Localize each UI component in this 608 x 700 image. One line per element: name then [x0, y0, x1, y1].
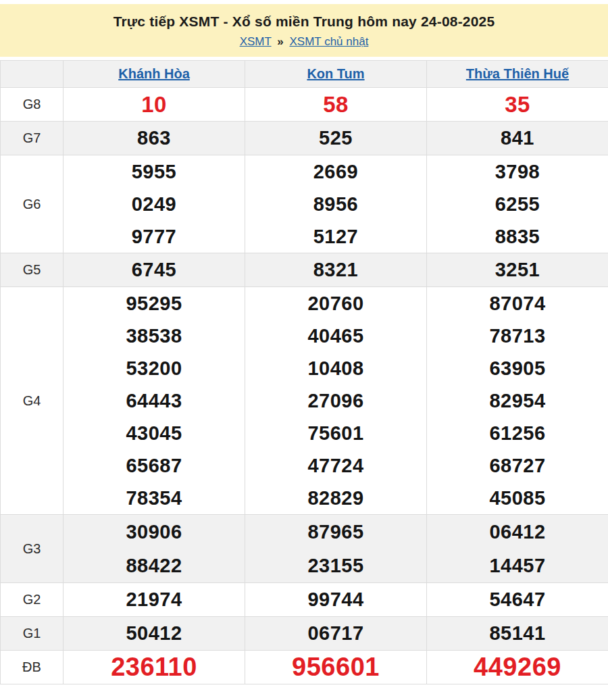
- breadcrumb-link-xsmt-chu-nhat[interactable]: XSMT chủ nhật: [290, 35, 369, 48]
- result-cell-g2-kon-tum: 99744: [245, 583, 427, 617]
- result-number: 9777: [64, 220, 245, 253]
- result-cell-g4-kon-tum: 20760404651040827096756014772482829: [245, 287, 427, 515]
- result-number: 8835: [427, 220, 608, 253]
- result-number: 78713: [427, 320, 608, 352]
- prize-row-g7: G7863525841: [1, 122, 608, 155]
- result-number: 23155: [245, 549, 426, 582]
- prize-row-g6: G6595502499777266989565127379862558835: [1, 155, 608, 253]
- result-number: 63905: [427, 352, 608, 384]
- prize-label-g2: G2: [1, 583, 64, 617]
- result-number: 82954: [427, 384, 608, 417]
- result-cell-g1-thua-thien-hue: 85141: [427, 617, 608, 651]
- result-number: 14457: [427, 549, 608, 582]
- result-number: 956601: [245, 651, 426, 684]
- result-cell-g2-thua-thien-hue: 54647: [427, 583, 608, 617]
- result-number: 5127: [245, 220, 426, 253]
- result-number: 61256: [427, 417, 608, 449]
- result-cell-db-thua-thien-hue: 449269: [427, 651, 608, 684]
- result-number: 10: [64, 88, 245, 121]
- prize-label-g3: G3: [1, 515, 64, 583]
- result-number: 5955: [64, 155, 245, 188]
- result-number: 38538: [64, 320, 245, 352]
- result-number: 841: [427, 122, 608, 155]
- breadcrumb: XSMT » XSMT chủ nhật: [0, 35, 608, 49]
- prize-row-db: ĐB236110956601449269: [1, 651, 608, 684]
- result-cell-g1-kon-tum: 06717: [245, 617, 427, 651]
- prize-label-g1: G1: [1, 617, 64, 651]
- result-number: 863: [64, 122, 245, 155]
- result-number: 3251: [427, 253, 608, 286]
- result-number: 30906: [64, 515, 245, 549]
- result-cell-g2-khanh-hoa: 21974: [64, 583, 245, 617]
- prize-label-g5: G5: [1, 253, 64, 287]
- result-number: 58: [245, 88, 426, 121]
- prize-row-g2: G2219749974454647: [1, 583, 608, 617]
- result-cell-g7-khanh-hoa: 863: [64, 122, 245, 155]
- result-number: 45085: [427, 482, 608, 514]
- prize-label-g8: G8: [1, 88, 64, 122]
- result-number: 53200: [64, 352, 245, 384]
- prize-row-g8: G8105835: [1, 88, 608, 122]
- result-cell-db-khanh-hoa: 236110: [64, 651, 245, 684]
- result-cell-g5-kon-tum: 8321: [245, 253, 427, 287]
- result-number: 449269: [427, 651, 608, 684]
- breadcrumb-separator: »: [277, 35, 283, 48]
- result-number: 10408: [245, 352, 426, 384]
- result-number: 06412: [427, 515, 608, 549]
- prize-row-g5: G5674583213251: [1, 253, 608, 287]
- result-number: 54647: [427, 583, 608, 616]
- result-number: 50412: [64, 617, 245, 650]
- prize-label-g7: G7: [1, 122, 64, 155]
- result-cell-g7-thua-thien-hue: 841: [427, 122, 608, 155]
- result-cell-g1-khanh-hoa: 50412: [64, 617, 245, 651]
- result-number: 3798: [427, 155, 608, 188]
- result-cell-g5-khanh-hoa: 6745: [64, 253, 245, 287]
- result-number: 87074: [427, 287, 608, 320]
- result-number: 8956: [245, 188, 426, 220]
- province-header-kon-tum: Kon Tum: [245, 61, 427, 88]
- prize-label-db: ĐB: [1, 651, 64, 684]
- province-link-khanh-hoa[interactable]: Khánh Hòa: [118, 66, 190, 81]
- result-number: 6745: [64, 253, 245, 286]
- result-number: 87965: [245, 515, 426, 549]
- result-number: 20760: [245, 287, 426, 320]
- breadcrumb-link-xsmt[interactable]: XSMT: [240, 35, 272, 48]
- result-number: 8321: [245, 253, 426, 286]
- result-cell-db-kon-tum: 956601: [245, 651, 427, 684]
- page-header: Trực tiếp XSMT - Xổ số miền Trung hôm na…: [0, 4, 608, 57]
- result-cell-g6-thua-thien-hue: 379862558835: [427, 155, 608, 253]
- result-cell-g4-thua-thien-hue: 87074787136390582954612566872745085: [427, 287, 608, 515]
- result-cell-g7-kon-tum: 525: [245, 122, 427, 155]
- province-link-thua-thien-hue[interactable]: Thừa Thiên Huế: [466, 66, 569, 81]
- result-number: 82829: [245, 482, 426, 514]
- result-number: 35: [427, 88, 608, 121]
- page-title: Trực tiếp XSMT - Xổ số miền Trung hôm na…: [0, 14, 608, 30]
- prize-row-g4: G495295385385320064443430456568778354207…: [1, 287, 608, 515]
- result-number: 75601: [245, 417, 426, 449]
- result-number: 0249: [64, 188, 245, 220]
- province-header-row: Khánh Hòa Kon Tum Thừa Thiên Huế: [1, 61, 608, 88]
- result-number: 21974: [64, 583, 245, 616]
- result-number: 525: [245, 122, 426, 155]
- province-header-thua-thien-hue: Thừa Thiên Huế: [427, 61, 608, 88]
- result-number: 88422: [64, 549, 245, 582]
- result-cell-g5-thua-thien-hue: 3251: [427, 253, 608, 287]
- result-cell-g3-thua-thien-hue: 0641214457: [427, 515, 608, 583]
- province-link-kon-tum[interactable]: Kon Tum: [307, 66, 364, 81]
- result-number: 43045: [64, 417, 245, 449]
- page: Trực tiếp XSMT - Xổ số miền Trung hôm na…: [0, 0, 608, 684]
- prize-label-g6: G6: [1, 155, 64, 253]
- result-number: 68727: [427, 449, 608, 482]
- result-cell-g8-khanh-hoa: 10: [64, 88, 245, 122]
- result-cell-g4-khanh-hoa: 95295385385320064443430456568778354: [64, 287, 245, 515]
- result-number: 78354: [64, 482, 245, 514]
- result-number: 65687: [64, 449, 245, 482]
- prize-column-header: [1, 61, 64, 88]
- result-number: 85141: [427, 617, 608, 650]
- result-number: 47724: [245, 449, 426, 482]
- result-number: 06717: [245, 617, 426, 650]
- result-cell-g3-kon-tum: 8796523155: [245, 515, 427, 583]
- results-table: Khánh Hòa Kon Tum Thừa Thiên Huế G810583…: [0, 60, 608, 684]
- result-cell-g8-kon-tum: 58: [245, 88, 427, 122]
- result-number: 2669: [245, 155, 426, 188]
